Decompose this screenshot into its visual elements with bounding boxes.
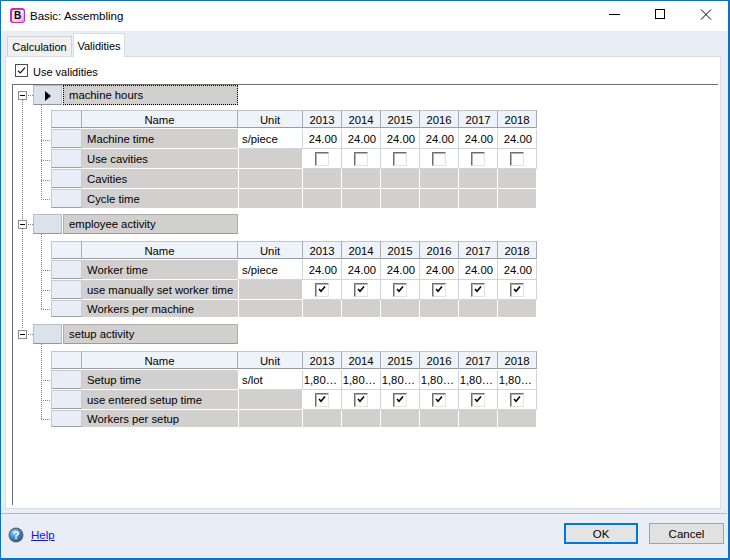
svg-text:?: ? <box>13 529 20 541</box>
